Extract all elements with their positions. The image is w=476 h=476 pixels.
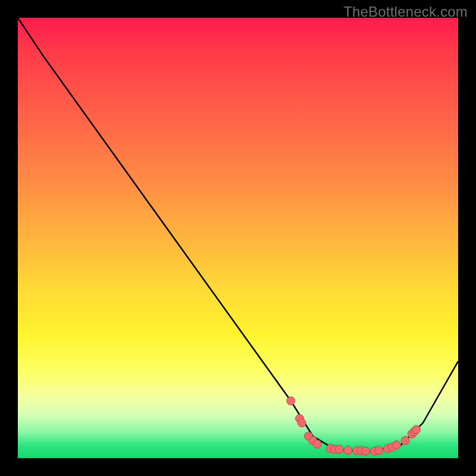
highlight-point bbox=[287, 397, 295, 405]
plot-area bbox=[18, 18, 458, 458]
highlight-point bbox=[298, 419, 306, 427]
chart-stage: TheBottleneck.com bbox=[0, 0, 476, 476]
highlight-point bbox=[401, 436, 409, 444]
highlight-point bbox=[313, 440, 321, 448]
highlight-point bbox=[412, 425, 421, 434]
highlight-point bbox=[392, 441, 400, 449]
highlight-point bbox=[375, 446, 383, 455]
bottleneck-curve bbox=[18, 18, 458, 458]
curve-path bbox=[18, 18, 458, 452]
highlight-point bbox=[335, 445, 343, 453]
attribution-label: TheBottleneck.com bbox=[343, 4, 468, 20]
highlight-point bbox=[344, 446, 352, 455]
highlight-point bbox=[362, 447, 370, 455]
